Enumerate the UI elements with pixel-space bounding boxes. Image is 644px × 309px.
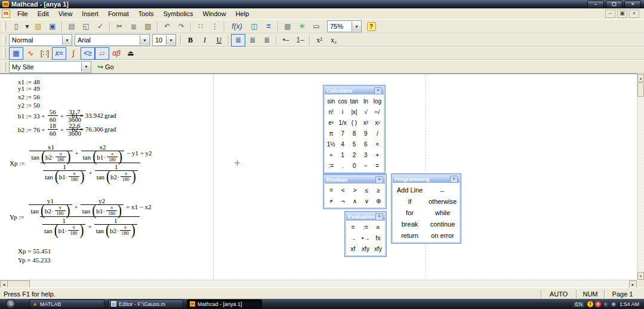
menu-window[interactable]: Window (198, 9, 231, 19)
programming-toolbar-button[interactable]: ▱ (95, 47, 109, 60)
evaluation-key-button[interactable]: •→ (359, 232, 372, 243)
evaluate-button[interactable]: = (261, 20, 276, 33)
symbolic-toolbar-button[interactable]: ⏏ (124, 47, 138, 60)
undo-button[interactable]: ↶ (160, 20, 174, 33)
minimize-button[interactable]: – (587, 1, 604, 8)
chevron-down-icon[interactable]: ▼ (352, 22, 361, 31)
copy-button[interactable]: ▥ (127, 20, 141, 33)
calculator-key-button[interactable]: . (337, 160, 348, 171)
programming-while-button[interactable]: while (426, 207, 459, 218)
calculator-2-button[interactable]: 2 (349, 149, 360, 160)
mdi-restore-button[interactable]: ▣ (617, 10, 627, 18)
subscript-button[interactable]: x₂ (326, 34, 341, 47)
boolean-close-icon[interactable]: × (375, 176, 383, 183)
insert-function-button[interactable]: f(x) (227, 20, 247, 33)
programming-if-button[interactable]: if (393, 195, 426, 207)
align-across-button[interactable]: ∷ (193, 20, 208, 33)
menu-insert[interactable]: Insert (77, 9, 103, 19)
toolbar-grip[interactable] (3, 35, 6, 45)
evaluation-key-button[interactable]: := (359, 222, 372, 232)
calculus-toolbar-button[interactable]: ∫ (66, 47, 81, 60)
calculator-n-button[interactable]: n! (325, 106, 337, 117)
toolbar-grip[interactable] (3, 48, 6, 58)
evaluation-close-icon[interactable]: × (375, 213, 383, 221)
programming-otherwise-button[interactable]: otherwise (426, 195, 459, 207)
boolean-toolbar-button[interactable]: <≥ (81, 47, 95, 60)
toolbar-grip[interactable] (3, 62, 6, 72)
start-button[interactable]: ⊞ (6, 299, 16, 309)
calculator-key-button[interactable]: := (325, 160, 337, 171)
underline-button[interactable]: U (212, 34, 226, 47)
insert-unit-button[interactable]: ◫ (247, 20, 261, 33)
open-button[interactable]: ▨ (31, 20, 45, 33)
menu-help[interactable]: Help (231, 9, 254, 19)
evaluation-palette-titlebar[interactable]: Evaluation× (346, 213, 385, 221)
chevron-down-icon[interactable]: ▼ (81, 62, 91, 72)
calculator-1-button[interactable]: 1½ (325, 139, 337, 149)
evaluation-key-button[interactable]: = (347, 222, 359, 232)
calculator-7-button[interactable]: 7 (337, 128, 348, 139)
bold-button[interactable]: B (183, 34, 198, 47)
menu-file[interactable]: File (13, 9, 33, 19)
align-center-button[interactable]: ≣ (245, 34, 260, 47)
boolean-key-button[interactable]: ≥ (372, 185, 384, 195)
print-button[interactable]: ▤ (64, 20, 79, 33)
mdi-minimize-button[interactable]: – (605, 10, 615, 18)
new-button[interactable]: ▯ (9, 20, 23, 33)
calculator-key-button[interactable]: × (372, 139, 383, 149)
calculator-e-button[interactable]: eˣ (325, 117, 337, 128)
evaluation-xfy-button[interactable]: xfy (372, 243, 384, 254)
matrix-toolbar-button[interactable]: [∷] (38, 47, 52, 60)
menu-tools[interactable]: Tools (134, 9, 159, 19)
numbered-list-button[interactable]: 1– (293, 34, 307, 47)
insert-component-button[interactable]: ✳ (295, 20, 309, 33)
menu-format[interactable]: Format (103, 9, 134, 19)
close-button[interactable]: × (624, 1, 641, 8)
align-right-button[interactable]: ≣ (260, 34, 274, 47)
math-region[interactable]: x2 := 56 (18, 93, 40, 100)
math-region[interactable]: y1 := 49 (18, 85, 40, 92)
menu-symbolics[interactable]: Symbolics (158, 9, 198, 19)
programming-on-error-button[interactable]: on error (426, 230, 459, 241)
calculator-4-button[interactable]: 4 (337, 139, 348, 149)
calculator-1-button[interactable]: 1 (337, 149, 348, 160)
calculator-i-button[interactable]: i (337, 106, 348, 117)
save-button[interactable]: ▣ (45, 20, 60, 33)
calculator-1-x-button[interactable]: 1/x (337, 117, 348, 128)
boolean-palette-titlebar[interactable]: Boolean× (325, 176, 385, 183)
calculator-3-button[interactable]: 3 (360, 149, 371, 160)
calculator-key-button[interactable]: π (325, 128, 337, 139)
evaluation-key-button[interactable]: ≡ (372, 222, 384, 232)
boolean-key-button[interactable]: > (349, 185, 361, 195)
cut-button[interactable]: ✂ (112, 20, 127, 33)
calculator-sin-button[interactable]: sin (325, 96, 337, 106)
restore-button[interactable]: ▢ (606, 1, 623, 8)
worksheet[interactable]: x1 := 48y1 := 49x2 := 56y2 := 50b1 := 33… (0, 74, 637, 280)
italic-button[interactable]: I (198, 34, 212, 47)
boolean-key-button[interactable]: ¬ (337, 195, 349, 206)
math-region[interactable]: b2 = 76.306 (72, 126, 103, 133)
math-region[interactable]: b1 = 33.942 (72, 112, 103, 119)
boolean-key-button[interactable]: ∧ (349, 195, 361, 206)
calculator-key-button[interactable]: ÷ (325, 149, 337, 160)
print-preview-button[interactable]: ◱ (79, 20, 93, 33)
math-region[interactable]: Yp = 45.233 (18, 256, 50, 264)
chevron-down-icon[interactable]: ▼ (140, 35, 149, 45)
paste-button[interactable]: ▧ (141, 20, 155, 33)
boolean-key-button[interactable]: < (337, 185, 349, 195)
programming-close-icon[interactable]: × (450, 176, 458, 183)
calculator-x-button[interactable]: |x| (349, 106, 360, 117)
component-wizard-button[interactable]: ▩ (281, 20, 295, 33)
chevron-down-icon[interactable]: ▼ (62, 35, 72, 45)
vertical-scrollbar[interactable]: ▲ ▼ (637, 74, 644, 280)
boolean-key-button[interactable]: ⊕ (372, 195, 384, 206)
volume-icon[interactable]: ◗ (603, 301, 609, 307)
menu-edit[interactable]: Edit (33, 9, 54, 19)
boolean-key-button[interactable]: ≠ (325, 195, 337, 206)
scroll-up-button[interactable]: ▲ (637, 74, 644, 82)
network-icon[interactable]: ◆ (611, 301, 617, 307)
security-alert-icon[interactable]: × (595, 301, 601, 307)
boolean-key-button[interactable]: = (325, 185, 337, 195)
boolean-key-button[interactable]: ≤ (360, 185, 372, 195)
horizontal-scrollbar[interactable]: ◀ ▶ (0, 280, 644, 288)
